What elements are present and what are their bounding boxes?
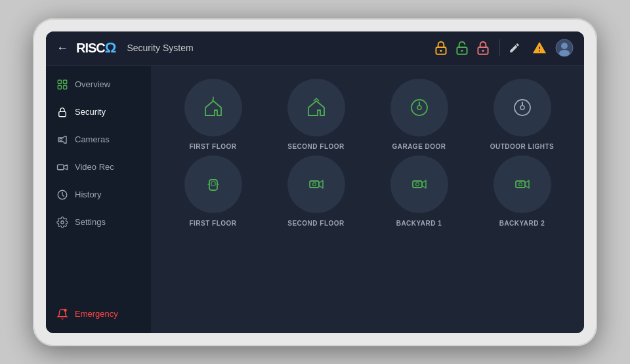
sidebar-item-cameras[interactable]: Cameras (46, 126, 151, 153)
sidebar-item-history[interactable]: History (46, 181, 151, 209)
svg-rect-15 (58, 165, 64, 170)
grid-item-outdoor-lights[interactable]: OUTDOOR LIGHTS (476, 79, 568, 150)
svg-point-8 (559, 50, 570, 56)
svg-rect-9 (58, 80, 61, 83)
svg-point-20 (417, 106, 421, 110)
svg-point-18 (64, 308, 67, 312)
grid-circle-backyard1[interactable] (390, 155, 448, 213)
lock-icon-2[interactable] (453, 39, 471, 56)
grid-item-first-floor[interactable]: FIRST FLOOR (167, 79, 259, 150)
grid-label-first-floor-cam: FIRST FLOOR (189, 220, 236, 227)
svg-point-28 (415, 182, 419, 186)
svg-point-3 (461, 50, 463, 52)
grid-item-second-floor[interactable]: SECOND FLOOR (270, 79, 362, 150)
sidebar-label-video-rec: Video Rec (75, 162, 114, 172)
sidebar: Overview Security Cameras (46, 66, 151, 333)
grid-label-second-floor-cam: SECOND FLOOR (287, 220, 345, 227)
grid-circle-second-floor[interactable] (287, 79, 345, 136)
grid-item-backyard2[interactable]: BACKYARD 2 (476, 155, 568, 227)
lock-icon-3[interactable] (474, 39, 492, 56)
grid-circle-first-floor[interactable] (184, 79, 242, 136)
grid-item-second-floor-cam[interactable]: SECOND FLOOR (270, 155, 362, 227)
svg-point-7 (561, 43, 568, 49)
logo: RISC Ω (76, 39, 116, 56)
grid-circle-first-floor-cam[interactable] (184, 155, 242, 213)
svg-rect-10 (64, 80, 67, 83)
sidebar-item-security[interactable]: Security (46, 98, 151, 126)
sidebar-label-security: Security (75, 107, 106, 117)
grid-row-1: FIRST FLOOR SECOND FLOOR (167, 79, 568, 150)
grid-item-first-floor-cam[interactable]: FIRST FLOOR (167, 155, 259, 227)
grid-circle-garage-door[interactable] (390, 79, 448, 136)
grid-label-garage-door: GARAGE DOOR (392, 143, 446, 150)
tablet-screen: ← RISC Ω Security System (46, 31, 584, 333)
sidebar-label-cameras: Cameras (75, 134, 110, 144)
grid-label-first-floor: FIRST FLOOR (189, 143, 236, 150)
grid-circle-second-floor-cam[interactable] (287, 155, 345, 213)
back-button[interactable]: ← (56, 41, 68, 55)
logo-text: RISC (76, 41, 105, 56)
edit-button[interactable] (505, 39, 524, 57)
header: ← RISC Ω Security System (46, 31, 584, 66)
svg-rect-11 (58, 85, 61, 89)
svg-rect-25 (310, 181, 319, 188)
svg-rect-12 (64, 85, 67, 89)
svg-point-22 (520, 106, 524, 110)
grid-row-2: FIRST FLOOR SECOND FLOOR (167, 155, 568, 227)
sidebar-label-settings: Settings (75, 217, 106, 227)
page-title: Security System (127, 43, 193, 53)
svg-point-14 (60, 138, 62, 141)
grid-circle-backyard2[interactable] (494, 155, 551, 213)
tablet: ← RISC Ω Security System (33, 18, 597, 346)
sidebar-label-emergency: Emergency (75, 309, 118, 319)
svg-point-26 (312, 182, 316, 186)
sidebar-label-overview: Overview (75, 79, 110, 89)
grid-label-second-floor: SECOND FLOOR (287, 143, 345, 150)
sidebar-label-history: History (75, 190, 101, 199)
sidebar-item-emergency[interactable]: Emergency (46, 300, 151, 328)
svg-rect-27 (413, 181, 422, 188)
lock-icon-1[interactable] (432, 39, 450, 56)
svg-point-5 (482, 50, 484, 52)
grid-circle-outdoor-lights[interactable] (494, 79, 551, 136)
grid-item-garage-door[interactable]: GARAGE DOOR (373, 79, 465, 150)
content-area: FIRST FLOOR SECOND FLOOR (151, 66, 584, 333)
svg-rect-29 (516, 181, 525, 188)
warning-button[interactable] (530, 39, 549, 57)
grid-item-backyard1[interactable]: BACKYARD 1 (373, 155, 465, 227)
svg-point-1 (440, 50, 442, 52)
svg-rect-13 (59, 111, 66, 117)
svg-point-30 (518, 182, 522, 186)
lock-icon-group (432, 39, 500, 56)
grid-label-backyard2: BACKYARD 2 (499, 220, 545, 227)
svg-point-17 (61, 220, 64, 224)
sidebar-item-overview[interactable]: Overview (46, 71, 151, 98)
avatar-button[interactable] (555, 39, 574, 57)
logo-accent: Ω (105, 39, 117, 56)
main-layout: Overview Security Cameras (46, 66, 584, 333)
svg-rect-24 (211, 182, 215, 186)
header-actions (505, 39, 574, 57)
svg-rect-23 (209, 180, 217, 190)
sidebar-item-settings[interactable]: Settings (46, 209, 151, 236)
sidebar-item-video-rec[interactable]: Video Rec (46, 153, 151, 181)
grid-label-backyard1: BACKYARD 1 (396, 220, 442, 227)
grid-label-outdoor-lights: OUTDOOR LIGHTS (490, 143, 555, 150)
